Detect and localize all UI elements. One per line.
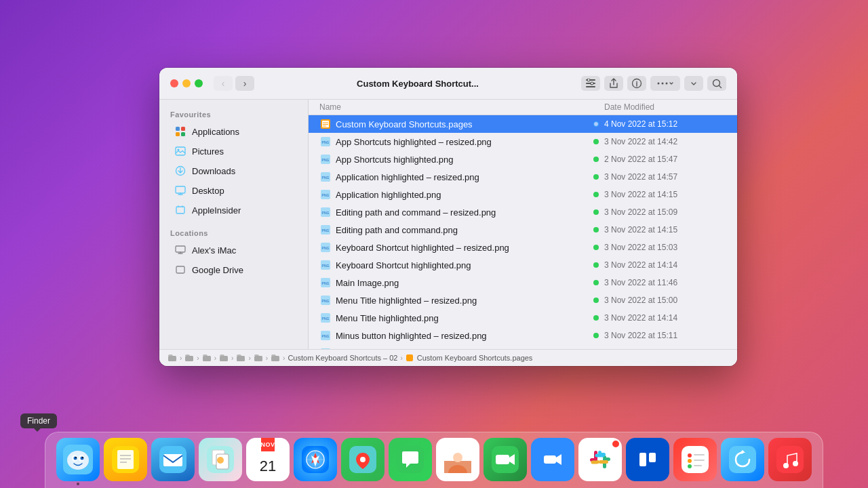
file-icon: PNG — [319, 188, 332, 201]
dock-item-maps[interactable] — [341, 438, 384, 485]
file-row[interactable]: PNGKeyboard Shortcut highlighted – resiz… — [309, 239, 737, 256]
dock-item-slack[interactable] — [578, 438, 622, 485]
dock-item-backtrack[interactable] — [721, 438, 764, 485]
search-button[interactable] — [707, 76, 726, 91]
sidebar-item-pictures[interactable]: Pictures — [163, 142, 304, 161]
file-row[interactable]: PNGApplication highlighted.png3 Nov 2022… — [309, 186, 737, 203]
sidebar-item-imac[interactable]: Alex's iMac — [163, 241, 304, 260]
svg-point-69 — [74, 457, 77, 460]
file-date: 3 Nov 2022 at 14:15 — [604, 225, 726, 235]
sidebar-item-appleinsider[interactable]: AppleInsider — [163, 201, 304, 220]
forward-button[interactable]: › — [235, 76, 254, 91]
file-date: 3 Nov 2022 at 15:03 — [604, 243, 726, 252]
svg-rect-103 — [544, 455, 556, 464]
breadcrumb-item[interactable] — [184, 354, 194, 362]
dock-item-calendar[interactable]: NOV 21 — [246, 438, 290, 485]
view-options-button[interactable] — [581, 76, 600, 91]
breadcrumb-item[interactable] — [219, 354, 229, 362]
file-icon: PNG — [319, 277, 332, 289]
file-date: 3 Nov 2022 at 11:46 — [604, 278, 726, 287]
breadcrumb-item[interactable] — [202, 354, 212, 362]
file-date: 3 Nov 2022 at 15:11 — [604, 331, 726, 340]
facetime-icon — [484, 438, 527, 481]
file-icon: PNG — [319, 329, 332, 342]
back-button[interactable]: ‹ — [214, 76, 233, 91]
file-name: Menu Title highlighted.png — [336, 313, 593, 323]
breadcrumb-item[interactable] — [167, 354, 177, 362]
svg-rect-60 — [237, 356, 245, 361]
trello-icon — [626, 438, 669, 481]
dock-item-music[interactable] — [768, 438, 812, 485]
contacts-icon — [436, 438, 479, 481]
dock-item-reminders[interactable] — [673, 438, 717, 485]
svg-rect-10 — [176, 127, 180, 131]
svg-point-93 — [360, 457, 366, 462]
desktop: Finder ‹ › Custom Keyboard Shortcut... — [0, 0, 868, 488]
svg-rect-61 — [254, 356, 262, 361]
file-row[interactable]: PNGMenu Title highlighted – resized.png3… — [309, 291, 737, 309]
dock-item-safari[interactable] — [294, 438, 337, 485]
file-row[interactable]: PNGMinus button highlighted – resized.pn… — [309, 327, 737, 344]
file-icon: PNG — [319, 224, 332, 236]
finder-icon — [56, 438, 100, 481]
file-icon: PNG — [319, 171, 332, 183]
dock-item-mail[interactable] — [151, 438, 195, 485]
svg-text:PNG: PNG — [322, 211, 330, 215]
file-date: 2 Nov 2022 at 15:47 — [604, 155, 726, 164]
downloads-icon — [174, 165, 186, 177]
sidebar-item-desktop[interactable]: Desktop — [163, 181, 304, 200]
svg-rect-12 — [176, 132, 180, 136]
file-row[interactable]: PNGEditing path and command – resized.pn… — [309, 203, 737, 221]
file-row[interactable]: PNGMinus button highlighted.png3 Nov 202… — [309, 344, 737, 349]
minimize-button[interactable] — [182, 79, 191, 87]
dropdown-button[interactable] — [684, 76, 703, 91]
sidebar-item-googledrive[interactable]: Google Drive — [163, 260, 304, 279]
file-row[interactable]: Custom Keyboard Shortcuts.pages4 Nov 202… — [309, 115, 737, 133]
file-row[interactable]: PNGApp Shortcuts highlighted – resized.p… — [309, 133, 737, 150]
sidebar-item-downloads[interactable]: Downloads — [163, 161, 304, 180]
more-options-button[interactable] — [650, 76, 680, 91]
file-date: 3 Nov 2022 at 14:14 — [604, 313, 726, 323]
preview-icon — [199, 438, 242, 481]
svg-text:PNG: PNG — [322, 193, 330, 197]
dock-item-contacts[interactable] — [436, 438, 479, 485]
file-status-dot — [593, 315, 599, 321]
svg-rect-19 — [176, 246, 185, 252]
file-icon: PNG — [319, 206, 332, 218]
file-list: Name Date Modified Custom Keyboard Short… — [309, 100, 737, 349]
file-row[interactable]: PNGApp Shortcuts highlighted.png2 Nov 20… — [309, 150, 737, 168]
share-button[interactable] — [604, 76, 623, 91]
file-row[interactable]: PNGApplication highlighted – resized.png… — [309, 168, 737, 186]
file-name: Editing path and command – resized.png — [336, 207, 593, 218]
dock-item-zoom[interactable] — [531, 438, 574, 485]
dock-item-finder[interactable] — [56, 438, 100, 485]
dock-item-notes[interactable] — [104, 438, 147, 485]
dock-item-messages[interactable] — [389, 438, 432, 485]
file-row[interactable]: PNGEditing path and command.png3 Nov 202… — [309, 221, 737, 239]
dock-item-facetime[interactable] — [484, 438, 527, 485]
svg-rect-117 — [598, 453, 606, 456]
file-row[interactable]: PNGKeyboard Shortcut highlighted.png3 No… — [309, 256, 737, 274]
dock-item-trello[interactable] — [626, 438, 669, 485]
svg-rect-18 — [176, 207, 184, 214]
svg-text:PNG: PNG — [322, 299, 330, 303]
file-date: 3 Nov 2022 at 15:09 — [604, 207, 726, 217]
sidebar-item-applications[interactable]: Applications — [163, 122, 304, 141]
fullscreen-button[interactable] — [195, 79, 203, 87]
file-row[interactable]: PNGMenu Title highlighted.png3 Nov 2022 … — [309, 309, 737, 327]
svg-rect-20 — [176, 266, 184, 273]
svg-point-6 — [658, 83, 660, 85]
svg-point-72 — [82, 457, 83, 458]
googledrive-icon — [174, 264, 186, 276]
dock-item-preview[interactable] — [199, 438, 242, 485]
svg-rect-127 — [694, 465, 702, 466]
breadcrumb-item[interactable]: Custom Keyboard Shortcuts – 02 — [288, 354, 397, 362]
file-row[interactable]: PNGMain Image.png3 Nov 2022 at 11:46 — [309, 274, 737, 291]
info-button[interactable] — [627, 76, 646, 91]
breadcrumb-item[interactable] — [236, 354, 245, 362]
close-button[interactable] — [170, 79, 178, 87]
file-status-dot — [593, 298, 599, 303]
column-date-header: Date Modified — [604, 102, 726, 112]
breadcrumb-item[interactable] — [254, 354, 263, 362]
breadcrumb-item[interactable] — [271, 354, 280, 362]
